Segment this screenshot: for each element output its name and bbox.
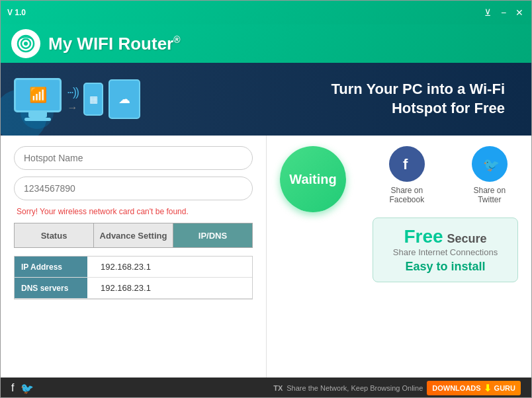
svg-point-2: [24, 42, 28, 46]
monitor-base: [28, 112, 47, 118]
footer-facebook-icon[interactable]: f: [11, 382, 14, 395]
app-title: My WIFI Router®: [48, 34, 181, 54]
error-message: Sorry! Your wireless network card can't …: [14, 207, 253, 216]
footer: f 🐦 TX Share the Network, Keep Browsing …: [1, 378, 531, 398]
promo-free: Free: [404, 226, 443, 247]
footer-share-text: Share the Network, Keep Browsing Online: [287, 384, 423, 392]
monitor-foot: [24, 118, 51, 121]
hotspot-name-input[interactable]: [14, 146, 253, 170]
dns-servers-label: DNS servers: [15, 278, 87, 298]
table-row: IP Address 192.168.23.1: [15, 257, 252, 278]
minimize-button[interactable]: −: [498, 7, 509, 18]
promo-box: Free Secure Share Internet Connections E…: [373, 218, 518, 282]
ip-dns-table: IP Address 192.168.23.1 DNS servers 192.…: [14, 256, 253, 299]
twitter-share[interactable]: 🐦 Share on Twitter: [461, 146, 518, 204]
promo-line3: Easy to install: [384, 260, 507, 274]
logo-icon: [16, 34, 36, 54]
ip-address-label: IP Address: [15, 257, 87, 277]
facebook-label: Share on Facebook: [373, 186, 441, 204]
settings-tabs: Status Advance Setting IP/DNS: [14, 223, 253, 248]
banner: 📶 ···)) → ▦ ☁ Turn Your PC into a Wi-Fi …: [1, 63, 531, 136]
monitor-screen: 📶: [14, 78, 62, 112]
device-icons: ▦ ☁: [83, 79, 140, 119]
signal-arrows: ···)) →: [67, 85, 78, 114]
banner-tagline: Turn Your PC into a Wi-Fi Hotspot for Fr…: [259, 80, 518, 118]
footer-social-icons: f 🐦: [11, 382, 34, 395]
table-row: DNS servers 192.168.23.1: [15, 278, 252, 299]
close-button[interactable]: ✕: [514, 7, 525, 18]
facebook-icon: f: [389, 146, 425, 182]
footer-tx-label: TX: [273, 384, 283, 392]
title-bar: V 1.0 ⊻ − ✕: [1, 1, 531, 24]
banner-graphics: 📶 ···)) → ▦ ☁: [14, 78, 259, 121]
main-content: Sorry! Your wireless network card can't …: [1, 136, 531, 378]
tab-advance-setting[interactable]: Advance Setting: [94, 223, 173, 247]
version-label: V 1.0: [7, 8, 26, 17]
footer-twitter-icon[interactable]: 🐦: [21, 382, 34, 395]
svg-text:f: f: [403, 156, 408, 173]
right-panel: f Share on Facebook 🐦 Share on Twitter F…: [359, 136, 531, 378]
twitter-icon: 🐦: [472, 146, 508, 182]
promo-secure: Secure: [447, 232, 487, 246]
window-controls: ⊻ − ✕: [482, 7, 525, 18]
promo-line2: Share Internet Connections: [384, 247, 507, 257]
phone-icon: ▦: [83, 83, 103, 116]
waiting-button[interactable]: Waiting: [280, 146, 346, 212]
center-panel: Waiting: [267, 136, 359, 378]
downloads-star-icon: ⬇: [484, 383, 492, 393]
left-panel: Sorry! Your wireless network card can't …: [1, 136, 267, 378]
password-input[interactable]: [14, 177, 253, 200]
svg-text:🐦: 🐦: [483, 157, 499, 173]
wifi-icon: 📶: [29, 87, 47, 104]
footer-right: TX Share the Network, Keep Browsing Onli…: [273, 381, 521, 395]
social-share-row: f Share on Facebook 🐦 Share on Twitter: [373, 146, 518, 204]
tab-status[interactable]: Status: [15, 223, 94, 247]
tablet-icon: ☁: [109, 79, 140, 119]
signal-icon: ⊻: [482, 7, 493, 18]
tab-ipdns[interactable]: IP/DNS: [173, 223, 252, 247]
monitor-graphic: 📶: [14, 78, 62, 121]
ip-address-value: 192.168.23.1: [87, 262, 164, 272]
app-header: My WIFI Router®: [1, 24, 531, 63]
logo-circle: [11, 29, 40, 58]
downloads-badge: DOWNLOADS ⬇ GURU: [427, 381, 521, 395]
twitter-label: Share on Twitter: [461, 186, 518, 204]
facebook-share[interactable]: f Share on Facebook: [373, 146, 441, 204]
dns-servers-value: 192.168.23.1: [87, 283, 164, 293]
